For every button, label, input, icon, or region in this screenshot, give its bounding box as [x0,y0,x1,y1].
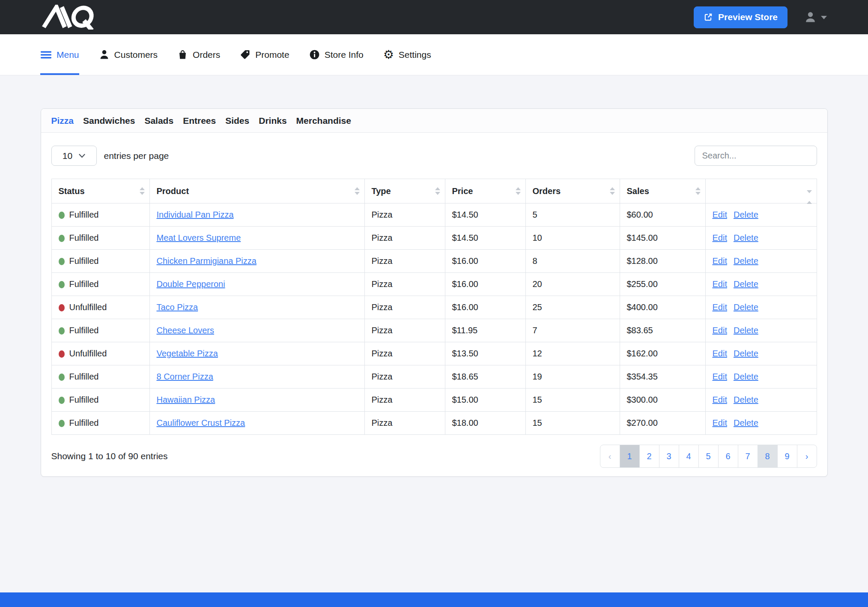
product-link[interactable]: Cauliflower Crust Pizza [157,418,245,428]
actions-cell: EditDelete [705,296,817,319]
actions-cell: EditDelete [705,250,817,273]
edit-link[interactable]: Edit [713,326,727,335]
page-button-4[interactable]: 4 [679,445,699,468]
delete-link[interactable]: Delete [734,395,758,404]
col-header-status[interactable]: Status [51,179,149,203]
type-cell: Pizza [364,250,445,273]
product-link[interactable]: 8 Corner Pizza [157,372,213,381]
page-button-5[interactable]: 5 [698,445,719,468]
page-button-3[interactable]: 3 [659,445,679,468]
col-header-label: Status [59,186,85,196]
type-cell: Pizza [364,389,445,412]
delete-link[interactable]: Delete [734,256,758,266]
search-input[interactable] [695,146,817,166]
edit-link[interactable]: Edit [713,349,727,358]
product-cell: Taco Pizza [149,296,364,319]
price-cell: $16.00 [445,273,525,296]
bottom-accent-bar [0,592,868,607]
col-header-sales[interactable]: Sales [620,179,705,203]
page-button-9[interactable]: 9 [777,445,797,468]
delete-link[interactable]: Delete [734,302,758,312]
product-link[interactable]: Hawaiian Pizza [157,395,215,404]
col-header-actions[interactable] [705,179,817,203]
delete-link[interactable]: Delete [734,210,758,219]
tab-salads[interactable]: Salads [144,116,173,126]
product-cell: Hawaiian Pizza [149,389,364,412]
delete-link[interactable]: Delete [734,372,758,381]
product-link[interactable]: Individual Pan Pizza [157,210,234,219]
tab-sides[interactable]: Sides [225,116,249,126]
delete-link[interactable]: Delete [734,326,758,335]
status-cell: Fulfilled [51,273,149,296]
product-link[interactable]: Meat Lovers Supreme [157,233,241,242]
nav-item-orders[interactable]: Orders [177,34,220,75]
status-dot [59,304,65,311]
edit-link[interactable]: Edit [713,302,727,312]
tab-pizza[interactable]: Pizza [51,116,74,126]
app-logo [39,5,101,30]
entries-per-page-value: 10 [63,151,72,161]
sales-cell: $145.00 [620,227,705,250]
price-cell: $18.65 [445,365,525,389]
col-header-product[interactable]: Product [149,179,364,203]
sort-icon [355,187,360,195]
product-link[interactable]: Double Pepperoni [157,279,225,289]
external-link-icon [704,12,713,22]
product-link[interactable]: Cheese Lovers [157,326,215,335]
entries-per-page-select[interactable]: 10 [51,146,97,166]
next-page-button[interactable]: › [797,445,817,468]
edit-link[interactable]: Edit [713,279,727,289]
page-button-2[interactable]: 2 [639,445,659,468]
nav-item-settings[interactable]: ⚙ Settings [383,34,431,75]
col-header-orders[interactable]: Orders [525,179,620,203]
table-row: Fulfilled Cheese Lovers Pizza $11.95 7 $… [51,319,817,342]
pagination: ‹123456789› [600,445,817,468]
nav-item-customers[interactable]: Customers [99,34,158,75]
delete-link[interactable]: Delete [734,418,758,428]
product-link[interactable]: Taco Pizza [157,302,198,312]
orders-cell: 25 [525,296,620,319]
table-row: Unfulfilled Taco Pizza Pizza $16.00 25 $… [51,296,817,319]
product-cell: Double Pepperoni [149,273,364,296]
tab-drinks[interactable]: Drinks [259,116,286,126]
table-body: Fulfilled Individual Pan Pizza Pizza $14… [51,203,817,435]
nav-item-store-info[interactable]: Store Info [309,34,364,75]
delete-link[interactable]: Delete [734,349,758,358]
status-label: Fulfilled [69,279,99,289]
actions-cell: EditDelete [705,273,817,296]
nav-item-menu[interactable]: Menu [40,34,79,75]
col-header-price[interactable]: Price [445,179,525,203]
user-menu[interactable] [804,11,827,24]
edit-link[interactable]: Edit [713,372,727,381]
orders-cell: 10 [525,227,620,250]
sales-cell: $300.00 [620,389,705,412]
edit-link[interactable]: Edit [713,395,727,404]
nav-item-promote[interactable]: Promote [240,34,289,75]
page-button-1[interactable]: 1 [620,445,640,468]
edit-link[interactable]: Edit [713,418,727,428]
edit-link[interactable]: Edit [713,256,727,266]
col-header-type[interactable]: Type [364,179,445,203]
edit-link[interactable]: Edit [713,210,727,219]
page-main: PizzaSandwichesSaladsEntreesSidesDrinksM… [0,75,868,477]
orders-cell: 15 [525,412,620,435]
page-button-7[interactable]: 7 [738,445,758,468]
delete-link[interactable]: Delete [734,233,758,242]
sort-icon [807,190,812,204]
sales-cell: $400.00 [620,296,705,319]
tab-sandwiches[interactable]: Sandwiches [83,116,135,126]
tab-merchandise[interactable]: Merchandise [296,116,351,126]
tab-entrees[interactable]: Entrees [183,116,216,126]
caret-down-icon [821,16,827,19]
edit-link[interactable]: Edit [713,233,727,242]
page-button-6[interactable]: 6 [718,445,738,468]
product-link[interactable]: Chicken Parmigiana Pizza [157,256,257,266]
status-dot [59,327,65,335]
product-link[interactable]: Vegetable Pizza [157,349,218,358]
type-cell: Pizza [364,273,445,296]
prev-page-button[interactable]: ‹ [600,445,620,468]
page-button-8[interactable]: 8 [758,445,778,468]
delete-link[interactable]: Delete [734,279,758,289]
preview-store-button[interactable]: Preview Store [694,6,787,28]
status-cell: Fulfilled [51,227,149,250]
